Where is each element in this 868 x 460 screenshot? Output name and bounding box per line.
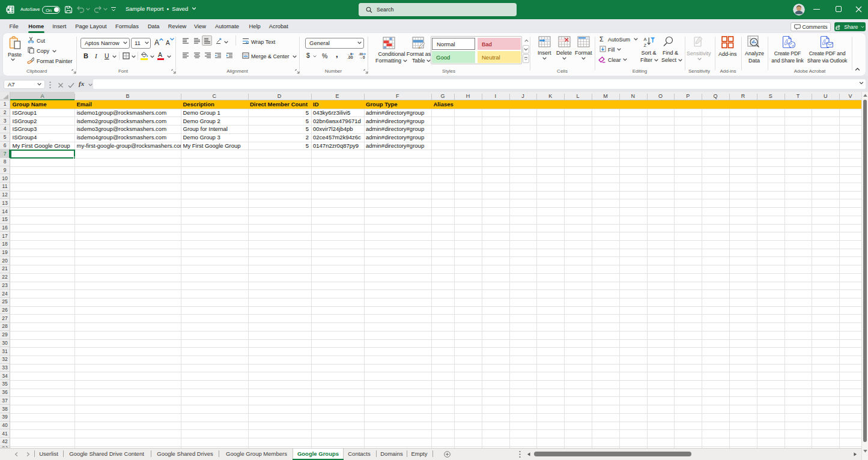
svg-text:A: A [644,37,647,42]
svg-text:→0: →0 [359,55,366,59]
svg-text:.00: .00 [348,55,353,59]
svg-text:Z: Z [644,43,647,48]
